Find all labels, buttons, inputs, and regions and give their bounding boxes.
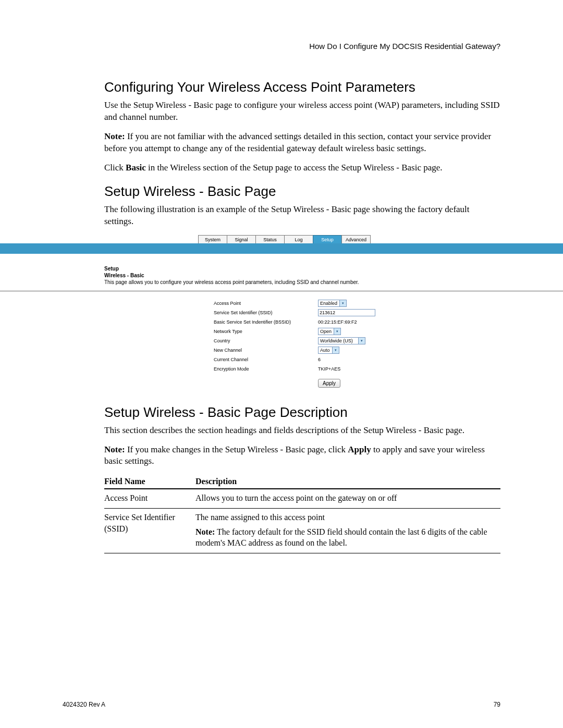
ui-title-wireless-basic: Wireless - Basic xyxy=(104,272,500,279)
tab-advanced[interactable]: Advanced xyxy=(341,235,371,243)
ssid-note-text: The factory default for the SSID field s… xyxy=(195,527,487,548)
cell-desc-ssid: The name assigned to this access point N… xyxy=(195,508,500,553)
text-basic-bold: Basic xyxy=(126,163,146,172)
label-country: Country xyxy=(214,338,318,343)
select-network-type-value: Open xyxy=(320,329,332,334)
footer-doc-id: 4024320 Rev A xyxy=(63,701,105,708)
select-access-point-value: Enabled xyxy=(320,301,337,306)
para-note-1: Note: If you are not familiar with the a… xyxy=(104,131,500,155)
label-new-channel: New Channel xyxy=(214,348,318,353)
para-click-basic: Click Basic in the Wireless section of t… xyxy=(104,162,500,174)
apply-bold: Apply xyxy=(348,445,371,454)
label-ssid: Service Set Identifier (SSID) xyxy=(214,310,318,315)
th-description: Description xyxy=(195,475,500,489)
row-network-type: Network Type Open ▾ xyxy=(214,327,500,336)
tab-status[interactable]: Status xyxy=(255,235,285,243)
apply-button[interactable]: Apply xyxy=(318,379,340,388)
row-country: Country Worldwide (US) ▾ xyxy=(214,336,500,346)
ui-blue-bar xyxy=(0,243,563,254)
heading-configuring-wap: Configuring Your Wireless Access Point P… xyxy=(104,79,500,95)
text-click: Click xyxy=(104,163,126,172)
note-label: Note: xyxy=(104,131,125,141)
para-desc-intro: This section describes the section headi… xyxy=(104,425,500,437)
table-row: Access Point Allows you to turn the acce… xyxy=(104,489,500,508)
value-bssid: 00:22:15:EF:69:F2 xyxy=(318,319,357,325)
ui-title-setup: Setup xyxy=(104,265,500,272)
row-ssid: Service Set Identifier (SSID) xyxy=(214,308,500,317)
table-row: Service Set Identifier (SSID) The name a… xyxy=(104,508,500,553)
select-country-value: Worldwide (US) xyxy=(320,338,353,343)
para-illustration: The following illustration is an example… xyxy=(104,204,500,228)
row-current-channel: Current Channel 6 xyxy=(214,355,500,364)
chevron-down-icon: ▾ xyxy=(332,347,339,353)
heading-page-description: Setup Wireless - Basic Page Description xyxy=(104,404,500,421)
para-note-2: Note: If you make changes in the Setup W… xyxy=(104,444,500,468)
ui-title-desc: This page allows you to configure your w… xyxy=(104,279,359,285)
note-label-2: Note: xyxy=(104,445,125,454)
row-new-channel: New Channel Auto ▾ xyxy=(214,346,500,355)
heading-setup-basic-page: Setup Wireless - Basic Page xyxy=(104,183,500,200)
page-footer: 4024320 Rev A 79 xyxy=(63,701,500,708)
th-field-name: Field Name xyxy=(104,475,195,489)
select-new-channel-value: Auto xyxy=(320,348,330,353)
tab-log[interactable]: Log xyxy=(284,235,313,243)
ui-divider xyxy=(0,291,563,291)
text-click-tail: in the Wireless section of the Setup pag… xyxy=(146,163,443,172)
ui-titleblock: Setup Wireless - Basic This page allows … xyxy=(104,265,500,286)
ssid-note-label: Note: xyxy=(195,527,215,536)
cell-field-access-point: Access Point xyxy=(104,489,195,508)
row-encryption: Encryption Mode TKIP+AES xyxy=(214,364,500,374)
ssid-desc-text: The name assigned to this access point xyxy=(195,513,325,522)
select-access-point[interactable]: Enabled ▾ xyxy=(318,300,347,307)
note-text: If you are not familiar with the advance… xyxy=(104,131,491,153)
select-new-channel[interactable]: Auto ▾ xyxy=(318,347,339,354)
label-current-channel: Current Channel xyxy=(214,357,318,362)
select-country[interactable]: Worldwide (US) ▾ xyxy=(318,337,365,344)
value-encryption: TKIP+AES xyxy=(318,366,340,372)
value-current-channel: 6 xyxy=(318,357,321,362)
chevron-down-icon: ▾ xyxy=(358,338,365,344)
note-2a: If you make changes in the Setup Wireles… xyxy=(125,445,348,454)
footer-page-number: 79 xyxy=(494,701,500,708)
row-access-point: Access Point Enabled ▾ xyxy=(214,299,500,308)
para-intro: Use the Setup Wireless - Basic page to c… xyxy=(104,100,500,124)
description-table: Field Name Description Access Point Allo… xyxy=(104,475,500,553)
running-header: How Do I Configure My DOCSIS Residential… xyxy=(104,42,500,51)
chevron-down-icon: ▾ xyxy=(339,300,346,306)
input-ssid[interactable] xyxy=(318,309,375,316)
tab-system[interactable]: System xyxy=(198,235,227,243)
ui-screenshot: System Signal Status Log Setup Advanced … xyxy=(104,235,500,388)
ui-form: Access Point Enabled ▾ Service Set Ident… xyxy=(214,299,500,374)
label-access-point: Access Point xyxy=(214,301,318,306)
row-bssid: Basic Service Set Indentifier (BSSID) 00… xyxy=(214,317,500,327)
tab-signal[interactable]: Signal xyxy=(227,235,256,243)
label-bssid: Basic Service Set Indentifier (BSSID) xyxy=(214,319,318,325)
select-network-type[interactable]: Open ▾ xyxy=(318,328,341,335)
ui-tabs: System Signal Status Log Setup Advanced xyxy=(198,235,500,243)
cell-desc-access-point: Allows you to turn the access point on t… xyxy=(195,489,500,508)
chevron-down-icon: ▾ xyxy=(334,328,340,335)
cell-field-ssid: Service Set Identifier (SSID) xyxy=(104,508,195,553)
label-encryption: Encryption Mode xyxy=(214,366,318,372)
label-network-type: Network Type xyxy=(214,329,318,334)
tab-setup[interactable]: Setup xyxy=(313,235,342,243)
